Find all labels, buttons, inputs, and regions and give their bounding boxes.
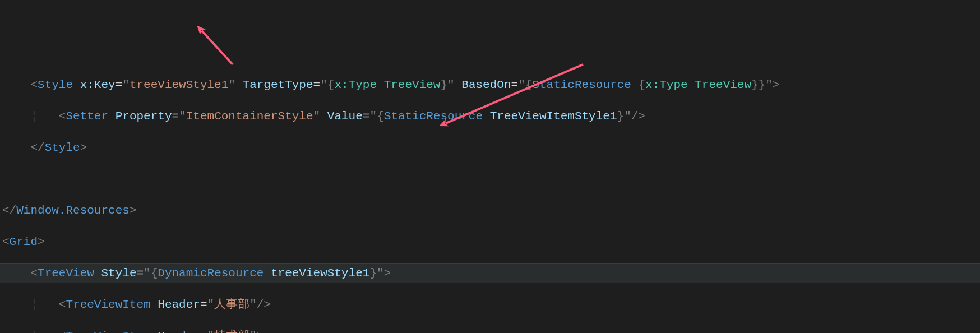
code-line: ¦ <Setter Property="ItemContainerStyle" … [0, 107, 980, 126]
code-line: <Style x:Key="treeViewStyle1" TargetType… [0, 76, 980, 94]
code-line: <Grid> [0, 233, 980, 251]
code-line [0, 170, 980, 188]
code-line-highlighted: <TreeView Style="{DynamicResource treeVi… [0, 263, 980, 283]
code-line: </Style> [0, 138, 980, 157]
code-editor[interactable]: <Style x:Key="treeViewStyle1" TargetType… [0, 63, 980, 333]
code-line: ¦ <TreeViewItem Header="技术部"> [0, 327, 980, 333]
code-line: ¦ <TreeViewItem Header="人事部"/> [0, 295, 980, 314]
code-line: </Window.Resources> [0, 201, 980, 220]
annotation-arrow-icon [202, 31, 233, 64]
